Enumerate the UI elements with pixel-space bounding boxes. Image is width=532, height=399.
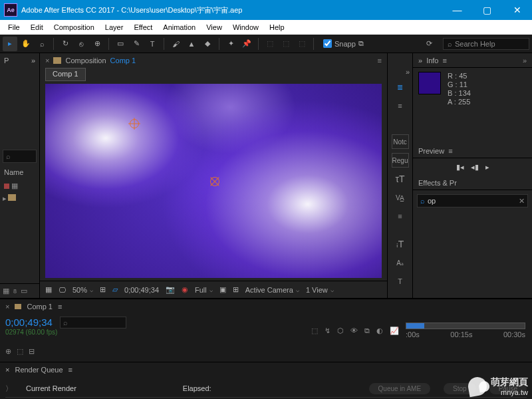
timeline-timecode[interactable]: 0;00;49;34 xyxy=(5,317,53,328)
anchor-point-icon[interactable] xyxy=(130,119,139,128)
time-ruler[interactable]: :00s 00:15s 00:30s xyxy=(406,323,525,338)
always-preview-icon[interactable]: ▦ xyxy=(45,285,52,294)
rectangle-tool-icon[interactable]: ▭ xyxy=(113,37,128,51)
bpc-icon[interactable]: 8 xyxy=(13,288,17,295)
vertical-scale-icon[interactable]: ᵢT xyxy=(392,237,409,251)
panel-chevron-icon[interactable]: » xyxy=(406,68,410,76)
camera-tool-icon[interactable]: ⎋ xyxy=(74,37,88,51)
roto-tool-icon[interactable]: ✦ xyxy=(223,37,238,51)
baseline-icon[interactable]: Aₐ xyxy=(392,255,409,270)
panel-menu-icon[interactable]: ≡ xyxy=(58,303,62,311)
project-name-column[interactable]: Name xyxy=(4,168,23,176)
info-panel-title[interactable]: Info xyxy=(426,57,438,65)
effects-search-input[interactable]: ⌕ op ✕ xyxy=(417,194,528,207)
workspace-icon[interactable]: ⟳ xyxy=(422,37,436,51)
prev-frame-icon[interactable]: ◂▮ xyxy=(471,163,479,172)
zoom-tool-icon[interactable]: ⌕ xyxy=(35,37,49,51)
comp-tab[interactable]: Comp 1 xyxy=(45,68,86,81)
composition-viewer[interactable] xyxy=(45,84,382,278)
project-search-input[interactable]: ⌕ xyxy=(3,150,37,163)
effects-panel-title[interactable]: Effects & Pr xyxy=(418,179,457,187)
view-layout-dropdown[interactable]: 1 View xyxy=(306,286,334,294)
project-item-row[interactable]: ▸ xyxy=(0,193,39,204)
preview-panel-title[interactable]: Preview xyxy=(418,147,444,155)
project-tab[interactable]: P xyxy=(4,57,9,65)
selection-tool-icon[interactable]: ▸ xyxy=(3,37,17,51)
kerning-icon[interactable]: VA̲ xyxy=(392,190,409,205)
world-axis-icon[interactable]: ⬚ xyxy=(279,37,293,51)
orbit-tool-icon[interactable]: ↻ xyxy=(58,37,72,51)
tl-icon[interactable]: ↯ xyxy=(325,327,331,335)
expand-icon[interactable]: ⊟ xyxy=(29,347,35,362)
panel-close-icon[interactable]: × xyxy=(5,366,9,374)
transparency-grid-icon[interactable]: ▱ xyxy=(112,285,118,294)
shy-icon[interactable]: 👁 xyxy=(350,327,358,334)
snapshot-icon[interactable]: 📷 xyxy=(166,285,175,294)
search-help-input[interactable]: ⌕ Search Help xyxy=(443,38,529,50)
menu-edit[interactable]: Edit xyxy=(25,22,49,33)
font-notch-label[interactable]: Notc xyxy=(392,134,409,149)
hand-tool-icon[interactable]: ✋ xyxy=(19,37,33,51)
minimize-button[interactable]: ― xyxy=(442,0,472,20)
menu-animation[interactable]: Animation xyxy=(158,22,201,33)
view-axis-icon[interactable]: ⬚ xyxy=(295,37,309,51)
first-frame-icon[interactable]: ▮◂ xyxy=(456,163,464,172)
panel-menu-icon[interactable]: ≡ xyxy=(378,57,382,65)
grid-icon[interactable]: ⊞ xyxy=(233,285,239,294)
tl-icon[interactable]: ⬡ xyxy=(337,327,344,335)
pen-tool-icon[interactable]: ✎ xyxy=(129,37,144,51)
leading-icon[interactable]: ≡ xyxy=(392,209,409,223)
expand-icon[interactable]: 〉 xyxy=(5,384,13,394)
graph-editor-icon[interactable]: 📈 xyxy=(390,327,399,335)
toggle-modes-icon[interactable]: ⬚ xyxy=(17,347,23,362)
menu-file[interactable]: File xyxy=(3,22,25,33)
panel-menu-icon[interactable]: ≡ xyxy=(442,57,446,65)
puppet-tool-icon[interactable]: 📌 xyxy=(239,37,254,51)
queue-ame-button[interactable]: Queue in AME xyxy=(369,383,430,394)
close-button[interactable]: ✕ xyxy=(502,0,532,20)
pan-behind-tool-icon[interactable]: ⊕ xyxy=(90,37,104,51)
interpret-icon[interactable]: ▦ xyxy=(3,287,9,295)
snapping-checkbox[interactable] xyxy=(323,39,332,48)
new-folder-icon[interactable]: ▭ xyxy=(21,287,27,295)
faux-bold-icon[interactable]: T xyxy=(392,274,409,289)
panel-chevron-icon[interactable]: » xyxy=(418,57,422,65)
eraser-tool-icon[interactable]: ◆ xyxy=(200,37,215,51)
local-axis-icon[interactable]: ⬚ xyxy=(263,37,277,51)
timeline-search-input[interactable]: ⌕ xyxy=(60,317,126,329)
play-icon[interactable]: ▸ xyxy=(485,163,489,172)
menu-effect[interactable]: Effect xyxy=(128,22,158,33)
panel-chevron-icon[interactable]: » xyxy=(523,57,527,65)
clone-tool-icon[interactable]: ▲ xyxy=(184,37,199,51)
font-size-icon[interactable]: τT xyxy=(392,172,409,186)
toggle-switches-icon[interactable]: ⊕ xyxy=(5,347,11,362)
frame-blend-icon[interactable]: ⧉ xyxy=(364,327,370,335)
render-queue-title[interactable]: Render Queue xyxy=(15,366,63,374)
resolution-icon[interactable]: ⊞ xyxy=(100,285,106,294)
snapping-options-icon[interactable]: ⧉ xyxy=(358,39,364,48)
channel-icon[interactable]: ◉ xyxy=(182,285,188,294)
font-regular-label[interactable]: Regu xyxy=(392,153,409,168)
composition-name[interactable]: Comp 1 xyxy=(110,57,136,65)
panel-close-icon[interactable]: × xyxy=(45,57,49,65)
magnification-icon[interactable]: 🖵 xyxy=(59,286,66,294)
menu-layer[interactable]: Layer xyxy=(100,22,129,33)
zoom-dropdown[interactable]: 50% xyxy=(72,286,93,294)
panel-menu-icon[interactable]: ≡ xyxy=(68,366,72,374)
type-tool-icon[interactable]: T xyxy=(145,37,160,51)
timeline-comp-name[interactable]: Comp 1 xyxy=(27,303,53,311)
align-icon[interactable]: ≡ xyxy=(392,98,409,113)
brush-tool-icon[interactable]: 🖌 xyxy=(168,37,183,51)
resolution-dropdown[interactable]: Full xyxy=(195,286,213,294)
camera-dropdown[interactable]: Active Camera xyxy=(245,286,299,294)
project-item-row[interactable]: ▦ xyxy=(0,179,39,193)
clear-search-icon[interactable]: ✕ xyxy=(519,197,525,205)
paragraph-align-icon[interactable]: ≣ xyxy=(392,80,409,94)
menu-composition[interactable]: Composition xyxy=(49,22,100,33)
current-time[interactable]: 0;00;49;34 xyxy=(124,286,159,294)
tl-icon[interactable]: ⬚ xyxy=(311,327,318,335)
panel-chevron-icon[interactable]: » xyxy=(31,57,35,65)
roi-icon[interactable]: ▣ xyxy=(219,285,226,294)
panel-menu-icon[interactable]: ≡ xyxy=(448,147,452,155)
menu-view[interactable]: View xyxy=(201,22,227,33)
